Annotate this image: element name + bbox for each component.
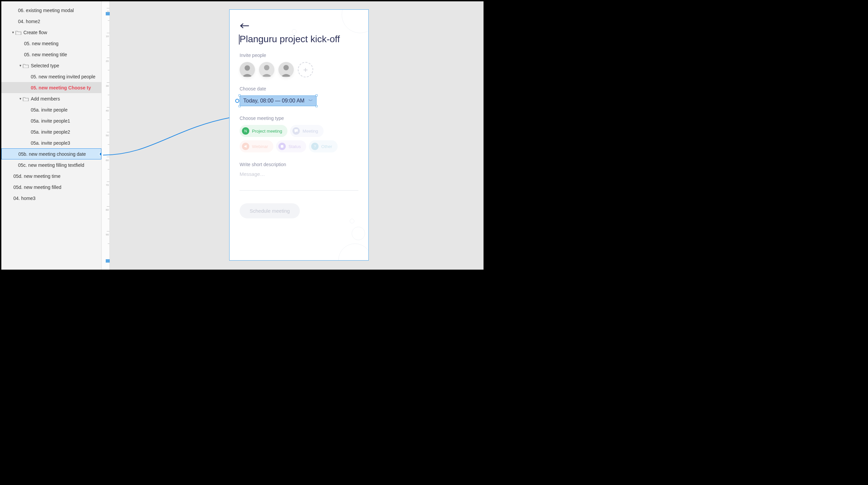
description-input[interactable]: Message… bbox=[240, 171, 359, 191]
ruler-tick bbox=[108, 169, 110, 170]
ruler-tick bbox=[107, 33, 110, 33]
ruler-number: 70 bbox=[106, 183, 109, 187]
chip-other[interactable]: ? Other bbox=[309, 140, 338, 152]
ruler-tick bbox=[108, 95, 110, 95]
design-canvas[interactable]: Planguru project kick-off Invite people … bbox=[110, 1, 484, 269]
tree-item[interactable]: 04. home2 bbox=[1, 16, 101, 27]
project-icon: N bbox=[242, 127, 249, 135]
layer-tree-sidebar[interactable]: 06. existing meeting modal 04. home2 ▼ C… bbox=[1, 1, 102, 269]
ruler-tick bbox=[107, 157, 110, 157]
meeting-title-text: Planguru project kick-off bbox=[240, 34, 340, 44]
chip-meeting[interactable]: Meeting bbox=[290, 125, 323, 137]
decorative-circle bbox=[338, 244, 369, 261]
chevron-down-icon[interactable]: ﹀ bbox=[309, 98, 313, 104]
ruler-number: 60 bbox=[106, 159, 109, 162]
tree-item-label: 05b. new meeting choosing date bbox=[19, 151, 86, 157]
ruler-tick bbox=[107, 132, 110, 132]
tree-item[interactable]: 05. new meeting title bbox=[1, 49, 101, 60]
meeting-type-chips: N Project meeting Meeting Webinar Status… bbox=[240, 125, 359, 152]
prototype-connector-origin[interactable] bbox=[99, 152, 101, 156]
tree-item[interactable]: 05c. new meeting filling textfield bbox=[1, 160, 101, 170]
tree-item-label: 05. new meeting bbox=[24, 41, 59, 46]
chip-label: Project meeting bbox=[252, 129, 282, 134]
ruler-tick bbox=[107, 206, 110, 207]
megaphone-icon bbox=[242, 143, 249, 150]
avatar[interactable] bbox=[259, 62, 274, 77]
caret-down-icon[interactable]: ▼ bbox=[11, 31, 16, 34]
date-picker-selected[interactable]: Today, 08:00 — 09:00 AM ﹀ bbox=[240, 95, 316, 106]
description-label: Write short description bbox=[240, 162, 359, 167]
caret-down-icon[interactable]: ▼ bbox=[18, 97, 23, 101]
tree-item-label: 05a. invite people3 bbox=[31, 140, 70, 146]
tree-folder-selected-type[interactable]: ▼ Selected type bbox=[1, 60, 101, 71]
tree-item[interactable]: 04. home3 bbox=[1, 193, 101, 204]
ruler-number: 80 bbox=[106, 208, 109, 211]
ruler-number: 90 bbox=[106, 233, 109, 236]
chip-project-meeting[interactable]: N Project meeting bbox=[240, 125, 287, 137]
svg-point-3 bbox=[264, 65, 269, 70]
tree-item-label: 05d. new meeting filled bbox=[13, 184, 61, 190]
ruler-number: 0 bbox=[107, 10, 109, 13]
tree-item-label: 05. new meeting title bbox=[24, 52, 67, 57]
tree-item-label: 05d. new meeting time bbox=[13, 173, 61, 179]
tree-item-label: Add members bbox=[31, 96, 60, 102]
svg-point-5 bbox=[283, 65, 289, 70]
decorative-circle bbox=[292, 29, 297, 34]
tree-item-label: 04. home3 bbox=[13, 196, 35, 201]
ruler-tick bbox=[107, 8, 110, 8]
schedule-meeting-button[interactable]: Schedule meeting bbox=[240, 203, 300, 218]
tree-item-label: 05a. invite people2 bbox=[31, 129, 70, 135]
ruler-number: 10 bbox=[106, 35, 109, 38]
chat-icon bbox=[292, 127, 300, 135]
tree-item[interactable]: 05a. invite people3 bbox=[1, 137, 101, 148]
tree-item-label: Create flow bbox=[24, 30, 47, 35]
ruler-number: 20 bbox=[106, 60, 109, 63]
ruler-tick bbox=[107, 181, 110, 182]
tree-item-label: Selected type bbox=[31, 63, 59, 68]
meeting-title[interactable]: Planguru project kick-off bbox=[240, 34, 359, 45]
decorative-circle bbox=[352, 227, 365, 240]
prototype-connector-line bbox=[103, 1, 244, 169]
avatar[interactable] bbox=[240, 62, 255, 77]
choose-type-label: Choose meeting type bbox=[240, 116, 359, 121]
folder-icon bbox=[23, 96, 29, 101]
ruler-number: 50 bbox=[106, 134, 109, 137]
caret-down-icon[interactable]: ▼ bbox=[18, 64, 23, 67]
ruler-tick bbox=[108, 219, 110, 219]
tree-item[interactable]: 05. new meeting invited people bbox=[1, 71, 101, 82]
tree-item[interactable]: 06. existing meeting modal bbox=[1, 5, 101, 16]
add-invitee-button[interactable]: ＋ bbox=[298, 62, 313, 77]
selection-handle[interactable] bbox=[239, 94, 241, 96]
tree-item-label: 05a. invite people bbox=[31, 107, 68, 113]
tree-item[interactable]: 05. new meeting bbox=[1, 38, 101, 49]
chip-label: Other bbox=[321, 144, 332, 149]
tree-item[interactable]: 05a. invite people1 bbox=[1, 115, 101, 126]
tree-folder-create-flow[interactable]: ▼ Create flow bbox=[1, 27, 101, 38]
chip-webinar[interactable]: Webinar bbox=[240, 140, 273, 152]
selection-handle[interactable] bbox=[315, 105, 317, 107]
tree-folder-add-members[interactable]: ▼ Add members bbox=[1, 93, 101, 104]
tree-item-active-prototype[interactable]: 05. new meeting Choose ty bbox=[1, 82, 101, 93]
ruler-tick bbox=[107, 107, 110, 108]
selection-handle[interactable] bbox=[315, 94, 317, 96]
ruler-tick bbox=[108, 194, 110, 194]
selection-handle[interactable] bbox=[239, 105, 241, 107]
avatar[interactable] bbox=[278, 62, 294, 77]
folder-icon bbox=[16, 30, 22, 35]
tree-item[interactable]: 05d. new meeting filled bbox=[1, 181, 101, 193]
back-arrow-icon[interactable] bbox=[240, 21, 249, 30]
date-value: Today, 08:00 — 09:00 AM bbox=[243, 98, 305, 104]
invitee-avatars: ＋ bbox=[240, 62, 359, 77]
tree-item[interactable]: 05a. invite people2 bbox=[1, 126, 101, 137]
vertical-ruler: 0102030405060708090 bbox=[102, 1, 110, 269]
artboard-new-meeting[interactable]: Planguru project kick-off Invite people … bbox=[229, 9, 369, 261]
tree-item-selected[interactable]: 05b. new meeting choosing date bbox=[1, 148, 101, 160]
tree-item-label: 05a. invite people1 bbox=[31, 118, 70, 123]
ruler-tick bbox=[108, 70, 110, 70]
chip-status[interactable]: Status bbox=[276, 140, 306, 152]
prototype-connector-target[interactable] bbox=[235, 99, 239, 103]
plus-icon: ＋ bbox=[302, 65, 309, 75]
tree-item[interactable]: 05d. new meeting time bbox=[1, 170, 101, 181]
tree-item[interactable]: 05a. invite people bbox=[1, 104, 101, 115]
tree-item-label: 05c. new meeting filling textfield bbox=[18, 163, 84, 168]
